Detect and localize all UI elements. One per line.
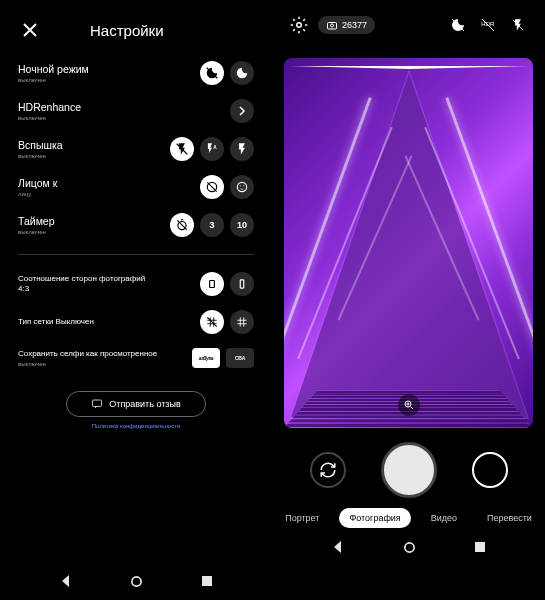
row-timer: Таймер выключен 3 10: [18, 206, 254, 244]
nav-home-icon[interactable]: [403, 541, 416, 554]
label: Ночной режим: [18, 63, 89, 75]
svg-line-13: [207, 317, 216, 326]
nav-back-icon[interactable]: [59, 574, 73, 588]
zoom-icon[interactable]: [398, 394, 420, 416]
label: HDRenhance: [18, 101, 81, 113]
mode-video[interactable]: Видео: [421, 508, 467, 528]
label: Сохранить селфи как просмотренное: [18, 349, 157, 359]
aspect-169-icon[interactable]: [230, 272, 254, 296]
label: Таймер: [18, 215, 55, 227]
mode-portrait[interactable]: Портрет: [275, 508, 329, 528]
switch-camera-button[interactable]: [310, 452, 346, 488]
camera-panel: 26377 HDR Портрет Фотография Видео Перев…: [272, 0, 545, 600]
svg-point-6: [240, 185, 241, 186]
camera-icon: [326, 19, 338, 31]
camera-controls: [272, 436, 545, 500]
sub: выключен: [18, 115, 81, 121]
sub: выключен: [18, 229, 55, 235]
night-on-icon[interactable]: [230, 61, 254, 85]
counter-value: 26377: [342, 20, 367, 30]
svg-text:HDR: HDR: [481, 21, 495, 27]
close-icon[interactable]: [18, 18, 42, 42]
chevron-right-icon[interactable]: [230, 99, 254, 123]
svg-point-15: [132, 576, 141, 585]
mode-selector[interactable]: Портрет Фотография Видео Перевести: [272, 500, 545, 532]
feedback-icon: [91, 398, 103, 410]
sub: выключен: [18, 153, 63, 159]
face-off-icon[interactable]: [200, 175, 224, 199]
flash-auto-icon[interactable]: A: [200, 137, 224, 161]
mode-photo[interactable]: Фотография: [339, 508, 410, 528]
row-selfie: Сохранить селфи как просмотренное выключ…: [18, 341, 254, 375]
mode-translate[interactable]: Перевести: [477, 508, 542, 528]
camera-topbar: 26377 HDR: [272, 0, 545, 50]
svg-point-7: [243, 185, 244, 186]
flash-off-icon[interactable]: [170, 137, 194, 161]
svg-text:A: A: [213, 145, 217, 150]
svg-rect-29: [475, 542, 485, 552]
nav-recent-icon[interactable]: [474, 541, 486, 553]
row-night-mode: Ночной режим выключен: [18, 54, 254, 92]
svg-rect-12: [240, 280, 244, 288]
divider: [18, 254, 254, 255]
row-flash: Вспышка выключен A: [18, 130, 254, 168]
nav-bar-left: [0, 566, 272, 596]
sub: лицу: [18, 191, 57, 197]
photo-counter[interactable]: 26377: [318, 16, 375, 34]
shutter-button[interactable]: [381, 442, 437, 498]
privacy-policy-link[interactable]: Политика конфиденциальности: [18, 423, 254, 429]
label: Тип сетки Выключен: [18, 317, 94, 327]
timer-off-icon[interactable]: [170, 213, 194, 237]
night-toggle-icon[interactable]: [447, 14, 469, 36]
grid-off-icon[interactable]: [200, 310, 224, 334]
flash-toggle-icon[interactable]: [507, 14, 529, 36]
grid-on-icon[interactable]: [230, 310, 254, 334]
settings-header: Настройки: [18, 0, 254, 54]
nav-home-icon[interactable]: [130, 575, 143, 588]
flash-on-icon[interactable]: [230, 137, 254, 161]
selfie-opt-a[interactable]: азбука: [192, 348, 220, 368]
label: Вспышка: [18, 139, 63, 151]
timer-10[interactable]: 10: [230, 213, 254, 237]
row-aspect: Соотношение сторон фотографий 4:3: [18, 265, 254, 303]
label: Лицом к: [18, 177, 57, 189]
feedback-label: Отправить отзыв: [109, 399, 180, 409]
svg-point-5: [237, 182, 246, 191]
value: 4:3: [18, 284, 145, 294]
row-hdr[interactable]: HDRenhance выключен: [18, 92, 254, 130]
row-face: Лицом к лицу: [18, 168, 254, 206]
feedback-button[interactable]: Отправить отзыв: [66, 391, 206, 417]
night-off-icon[interactable]: [200, 61, 224, 85]
timer-3[interactable]: 3: [200, 213, 224, 237]
sub: выключен: [18, 77, 89, 83]
row-grid: Тип сетки Выключен: [18, 303, 254, 341]
svg-rect-14: [93, 400, 102, 407]
gallery-button[interactable]: [472, 452, 508, 488]
svg-point-19: [331, 24, 334, 27]
svg-point-17: [297, 23, 302, 28]
settings-title: Настройки: [90, 22, 164, 39]
label: Соотношение сторон фотографий: [18, 274, 145, 284]
viewfinder[interactable]: [284, 58, 533, 428]
aspect-43-icon[interactable]: [200, 272, 224, 296]
svg-rect-16: [202, 576, 212, 586]
nav-bar-right: [272, 532, 545, 562]
settings-panel: Настройки Ночной режим выключен HDRenhan…: [0, 0, 272, 600]
selfie-opt-b[interactable]: CBA: [226, 348, 254, 368]
hdr-toggle-icon[interactable]: HDR: [477, 14, 499, 36]
nav-recent-icon[interactable]: [201, 575, 213, 587]
svg-point-28: [405, 542, 414, 551]
sub: выключен: [18, 361, 157, 367]
svg-line-25: [410, 407, 413, 410]
svg-rect-18: [328, 23, 337, 30]
gear-icon[interactable]: [288, 14, 310, 36]
face-on-icon[interactable]: [230, 175, 254, 199]
svg-rect-11: [210, 281, 215, 288]
nav-back-icon[interactable]: [331, 540, 345, 554]
